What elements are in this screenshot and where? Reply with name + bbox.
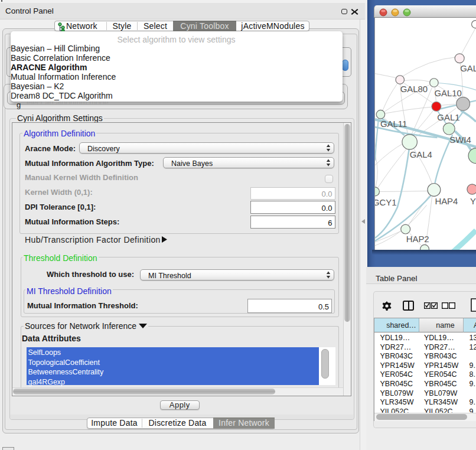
svg-text:GAL11: GAL11 xyxy=(380,119,407,129)
svg-text:GCY1: GCY1 xyxy=(374,198,397,207)
svg-text:HAP2: HAP2 xyxy=(406,234,429,244)
svg-text:GAL2: GAL2 xyxy=(460,64,476,73)
svg-text:HAP4: HAP4 xyxy=(435,197,458,206)
svg-text:GAL80: GAL80 xyxy=(400,84,428,94)
svg-text:GAL1: GAL1 xyxy=(437,113,459,122)
svg-text:Y: Y xyxy=(470,197,476,206)
svg-text:SWI4: SWI4 xyxy=(449,135,471,145)
svg-text:GAL4: GAL4 xyxy=(410,150,432,159)
svg-text:GAL10: GAL10 xyxy=(434,89,461,98)
